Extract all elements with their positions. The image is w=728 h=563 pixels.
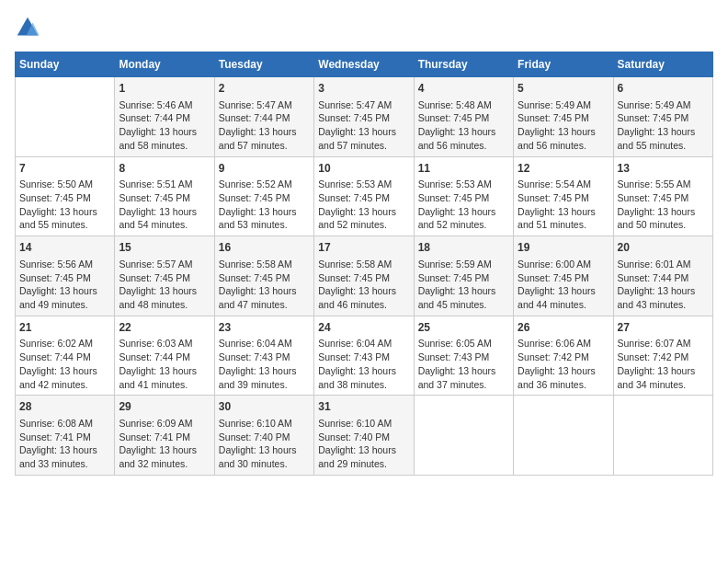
calendar-cell: [16, 77, 115, 157]
sunrise-text: Sunrise: 5:55 AM: [618, 178, 691, 190]
day-number: 20: [618, 240, 709, 256]
calendar-cell: 7Sunrise: 5:50 AMSunset: 7:45 PMDaylight…: [16, 156, 115, 236]
daylight-text: Daylight: 13 hours and 49 minutes.: [19, 285, 97, 310]
daylight-text: Daylight: 13 hours and 33 minutes.: [19, 444, 97, 469]
sunset-text: Sunset: 7:43 PM: [219, 351, 290, 362]
calendar-cell: 30Sunrise: 6:10 AMSunset: 7:40 PMDayligh…: [214, 396, 313, 476]
daylight-text: Daylight: 13 hours and 38 minutes.: [318, 365, 396, 390]
calendar-week-row: 28Sunrise: 6:08 AMSunset: 7:41 PMDayligh…: [16, 396, 713, 476]
daylight-text: Daylight: 13 hours and 50 minutes.: [618, 206, 696, 231]
day-number: 2: [219, 81, 310, 97]
col-header-friday: Friday: [514, 52, 613, 77]
day-number: 10: [318, 161, 409, 177]
calendar-cell: 19Sunrise: 6:00 AMSunset: 7:45 PMDayligh…: [514, 236, 613, 316]
calendar-cell: [514, 396, 613, 476]
day-number: 25: [418, 320, 509, 336]
calendar-cell: 20Sunrise: 6:01 AMSunset: 7:44 PMDayligh…: [613, 236, 712, 316]
sunrise-text: Sunrise: 5:56 AM: [19, 259, 93, 270]
page-header: [15, 15, 713, 40]
daylight-text: Daylight: 13 hours and 57 minutes.: [219, 126, 297, 151]
calendar-cell: 17Sunrise: 5:58 AMSunset: 7:45 PMDayligh…: [314, 236, 414, 316]
day-number: 23: [219, 320, 310, 336]
col-header-wednesday: Wednesday: [314, 52, 414, 77]
sunrise-text: Sunrise: 6:10 AM: [219, 418, 292, 429]
sunrise-text: Sunrise: 5:50 AM: [19, 178, 93, 190]
sunrise-text: Sunrise: 6:09 AM: [119, 418, 192, 429]
sunset-text: Sunset: 7:45 PM: [318, 112, 390, 123]
daylight-text: Daylight: 13 hours and 44 minutes.: [518, 285, 596, 310]
sunset-text: Sunset: 7:44 PM: [119, 112, 190, 123]
sunset-text: Sunset: 7:42 PM: [618, 351, 689, 362]
sunset-text: Sunset: 7:45 PM: [219, 192, 290, 203]
sunrise-text: Sunrise: 5:46 AM: [119, 99, 192, 110]
calendar-cell: 14Sunrise: 5:56 AMSunset: 7:45 PMDayligh…: [16, 236, 115, 316]
day-number: 18: [418, 240, 509, 256]
day-number: 1: [119, 81, 210, 97]
sunrise-text: Sunrise: 6:07 AM: [618, 338, 691, 349]
calendar-cell: 6Sunrise: 5:49 AMSunset: 7:45 PMDaylight…: [613, 77, 712, 157]
logo: [15, 15, 44, 40]
calendar-header-row: SundayMondayTuesdayWednesdayThursdayFrid…: [16, 52, 713, 77]
sunrise-text: Sunrise: 6:06 AM: [518, 338, 591, 349]
sunset-text: Sunset: 7:45 PM: [119, 272, 190, 283]
sunset-text: Sunset: 7:40 PM: [318, 431, 390, 442]
sunrise-text: Sunrise: 5:51 AM: [119, 178, 192, 190]
day-number: 12: [518, 161, 609, 177]
calendar-week-row: 21Sunrise: 6:02 AMSunset: 7:44 PMDayligh…: [16, 316, 713, 396]
sunset-text: Sunset: 7:40 PM: [219, 431, 290, 442]
calendar-cell: 1Sunrise: 5:46 AMSunset: 7:44 PMDaylight…: [115, 77, 214, 157]
calendar-cell: 15Sunrise: 5:57 AMSunset: 7:45 PMDayligh…: [115, 236, 214, 316]
day-number: 19: [518, 240, 609, 256]
sunset-text: Sunset: 7:44 PM: [618, 272, 689, 283]
calendar-cell: 27Sunrise: 6:07 AMSunset: 7:42 PMDayligh…: [613, 316, 712, 396]
calendar-cell: 26Sunrise: 6:06 AMSunset: 7:42 PMDayligh…: [514, 316, 613, 396]
calendar-week-row: 1Sunrise: 5:46 AMSunset: 7:44 PMDaylight…: [16, 77, 713, 157]
day-number: 24: [318, 320, 409, 336]
daylight-text: Daylight: 13 hours and 34 minutes.: [618, 365, 696, 390]
day-number: 6: [618, 81, 709, 97]
calendar-cell: 16Sunrise: 5:58 AMSunset: 7:45 PMDayligh…: [214, 236, 313, 316]
sunset-text: Sunset: 7:45 PM: [219, 272, 290, 283]
sunrise-text: Sunrise: 5:47 AM: [318, 99, 392, 110]
sunset-text: Sunset: 7:44 PM: [19, 351, 91, 362]
daylight-text: Daylight: 13 hours and 53 minutes.: [219, 206, 297, 231]
sunset-text: Sunset: 7:45 PM: [418, 272, 490, 283]
sunrise-text: Sunrise: 5:49 AM: [518, 99, 591, 110]
calendar-cell: 2Sunrise: 5:47 AMSunset: 7:44 PMDaylight…: [214, 77, 313, 157]
sunrise-text: Sunrise: 5:57 AM: [119, 259, 192, 270]
col-header-sunday: Sunday: [16, 52, 115, 77]
daylight-text: Daylight: 13 hours and 46 minutes.: [318, 285, 396, 310]
day-number: 9: [219, 161, 310, 177]
sunrise-text: Sunrise: 6:08 AM: [19, 418, 93, 429]
day-number: 17: [318, 240, 409, 256]
daylight-text: Daylight: 13 hours and 30 minutes.: [219, 444, 297, 469]
daylight-text: Daylight: 13 hours and 55 minutes.: [618, 126, 696, 151]
sunrise-text: Sunrise: 6:04 AM: [318, 338, 392, 349]
sunset-text: Sunset: 7:41 PM: [19, 431, 91, 442]
sunset-text: Sunset: 7:45 PM: [318, 272, 390, 283]
sunset-text: Sunset: 7:43 PM: [318, 351, 390, 362]
calendar-cell: 28Sunrise: 6:08 AMSunset: 7:41 PMDayligh…: [16, 396, 115, 476]
sunset-text: Sunset: 7:42 PM: [518, 351, 589, 362]
day-number: 31: [318, 399, 409, 415]
sunrise-text: Sunrise: 6:01 AM: [618, 259, 691, 270]
daylight-text: Daylight: 13 hours and 32 minutes.: [119, 444, 197, 469]
sunset-text: Sunset: 7:44 PM: [219, 112, 290, 123]
sunrise-text: Sunrise: 6:03 AM: [119, 338, 192, 349]
sunset-text: Sunset: 7:45 PM: [518, 272, 589, 283]
sunset-text: Sunset: 7:45 PM: [518, 192, 589, 203]
sunset-text: Sunset: 7:45 PM: [618, 192, 689, 203]
day-number: 22: [119, 320, 210, 336]
daylight-text: Daylight: 13 hours and 39 minutes.: [219, 365, 297, 390]
day-number: 8: [119, 161, 210, 177]
calendar-week-row: 14Sunrise: 5:56 AMSunset: 7:45 PMDayligh…: [16, 236, 713, 316]
daylight-text: Daylight: 13 hours and 45 minutes.: [418, 285, 496, 310]
sunrise-text: Sunrise: 5:52 AM: [219, 178, 292, 190]
sunrise-text: Sunrise: 6:10 AM: [318, 418, 392, 429]
day-number: 11: [418, 161, 509, 177]
day-number: 7: [19, 161, 110, 177]
calendar-cell: 13Sunrise: 5:55 AMSunset: 7:45 PMDayligh…: [613, 156, 712, 236]
calendar-cell: 4Sunrise: 5:48 AMSunset: 7:45 PMDaylight…: [414, 77, 513, 157]
daylight-text: Daylight: 13 hours and 58 minutes.: [119, 126, 197, 151]
calendar-cell: 23Sunrise: 6:04 AMSunset: 7:43 PMDayligh…: [214, 316, 313, 396]
